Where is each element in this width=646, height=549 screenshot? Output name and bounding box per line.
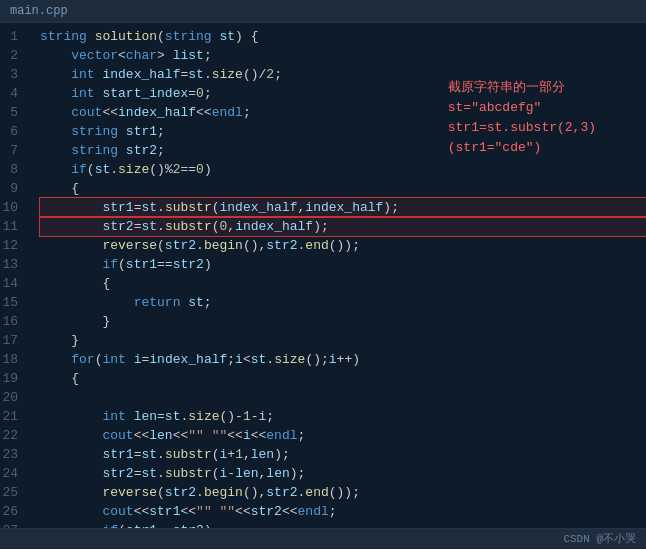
code-line: cout<<len<<"" ""<<i<<endl; bbox=[40, 426, 646, 445]
code-line: cout<<index_half<<endl; bbox=[40, 103, 646, 122]
title-bar: main.cpp bbox=[0, 0, 646, 23]
code-line: str2=st.substr(i-len,len); bbox=[40, 464, 646, 483]
code-line: } bbox=[40, 312, 646, 331]
code-content[interactable]: string solution(string st) { vector<char… bbox=[32, 23, 646, 528]
code-line bbox=[40, 388, 646, 407]
code-line: if(str1==str2) bbox=[40, 521, 646, 528]
line-numbers: 12345 678910 1112131415 1617181920 21222… bbox=[0, 23, 32, 528]
code-line: str2=st.substr(0,index_half); bbox=[40, 217, 646, 236]
code-line: { bbox=[40, 274, 646, 293]
code-line: str1=st.substr(i+1,len); bbox=[40, 445, 646, 464]
filename: main.cpp bbox=[10, 4, 68, 18]
code-line: vector<char> list; bbox=[40, 46, 646, 65]
code-line: { bbox=[40, 179, 646, 198]
editor: 12345 678910 1112131415 1617181920 21222… bbox=[0, 23, 646, 548]
code-line: } bbox=[40, 331, 646, 350]
code-line: string str1; bbox=[40, 122, 646, 141]
code-line: int start_index=0; bbox=[40, 84, 646, 103]
status-bar: CSDN @不小哭 bbox=[0, 528, 646, 548]
code-line: reverse(str2.begin(),str2.end()); bbox=[40, 236, 646, 255]
code-line: { bbox=[40, 369, 646, 388]
code-line: int index_half=st.size()/2; bbox=[40, 65, 646, 84]
code-line: cout<<str1<<"" ""<<str2<<endl; bbox=[40, 502, 646, 521]
code-line: string solution(string st) { bbox=[40, 27, 646, 46]
code-line: if(str1==str2) bbox=[40, 255, 646, 274]
code-line: for(int i=index_half;i<st.size();i++) bbox=[40, 350, 646, 369]
code-line: string str2; bbox=[40, 141, 646, 160]
code-line: str1=st.substr(index_half,index_half); bbox=[40, 198, 646, 217]
code-line: reverse(str2.begin(),str2.end()); bbox=[40, 483, 646, 502]
code-line: int len=st.size()-1-i; bbox=[40, 407, 646, 426]
code-line: return st; bbox=[40, 293, 646, 312]
code-line: if(st.size()%2==0) bbox=[40, 160, 646, 179]
status-text: CSDN @不小哭 bbox=[563, 531, 636, 546]
